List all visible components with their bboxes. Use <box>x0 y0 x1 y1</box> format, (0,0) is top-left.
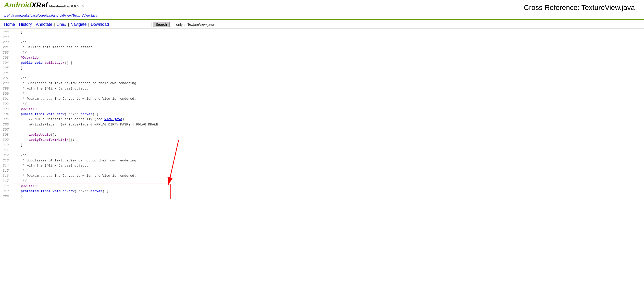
line-number: 314 <box>0 163 13 168</box>
line-number: 298 <box>0 81 13 86</box>
only-in-file-label: only in TextureView.java <box>176 22 214 27</box>
line-content: * <box>13 168 644 173</box>
line-content: * Subclasses of TextureView cannot do th… <box>13 158 644 163</box>
line-content: } <box>13 194 644 199</box>
line-number: 317 <box>0 179 13 184</box>
table-row: 314 * with the {@link Canvas} object. <box>0 163 644 168</box>
line-number: 308 <box>0 132 13 137</box>
line-number: 299 <box>0 86 13 91</box>
nav-history[interactable]: History <box>19 22 32 27</box>
line-number: 305 <box>0 117 13 122</box>
line-content: * <box>13 91 644 96</box>
table-row: 311 <box>0 148 644 153</box>
line-content: @Override <box>13 107 644 112</box>
line-number: 288 <box>0 30 13 35</box>
table-row: 307 <box>0 127 644 132</box>
search-input[interactable] <box>111 22 152 27</box>
line-number: 313 <box>0 158 13 163</box>
line-content: public void buildLayer() { <box>13 60 644 66</box>
line-number: 292 <box>0 50 13 55</box>
line-number: 294 <box>0 60 13 66</box>
line-number: 300 <box>0 91 13 96</box>
table-row: 306 mPrivateFlags = (mPrivateFlags & ~PF… <box>0 122 644 127</box>
line-content: /** <box>13 76 644 81</box>
table-row: 303 @Override <box>0 107 644 112</box>
line-content: /** <box>13 40 644 45</box>
nav-sep-2: | <box>33 22 34 27</box>
top-bar: AndroidXRefMarshmallow 6.0.0_r5 Cross Re… <box>0 0 644 13</box>
table-row: 294 public void buildLayer() { <box>0 60 644 66</box>
line-content: } <box>13 66 644 71</box>
table-row: 289 <box>0 35 644 40</box>
table-row: 309 applyTransformMatrix(); <box>0 137 644 143</box>
table-row: 316 * @param canvas The Canvas to which … <box>0 173 644 179</box>
line-number: 306 <box>0 122 13 127</box>
line-content: protected final void onDraw(Canvas canva… <box>13 189 644 194</box>
nav-sep-5: | <box>88 22 89 27</box>
line-number: 311 <box>0 148 13 153</box>
nav-sep-1: | <box>17 22 18 27</box>
line-content: */ <box>13 101 644 107</box>
table-row: 320 } <box>0 194 644 199</box>
table-row: 304 public final void draw(Canvas canvas… <box>0 112 644 117</box>
line-number: 320 <box>0 194 13 199</box>
table-row: 313 * Subclasses of TextureView cannot d… <box>0 158 644 163</box>
line-content: * @param canvas The Canvas to which the … <box>13 173 644 179</box>
line-number: 289 <box>0 35 13 40</box>
table-row: 302 */ <box>0 101 644 107</box>
logo-xref: XRef <box>31 1 48 9</box>
line-content: */ <box>13 179 644 184</box>
line-content <box>13 35 644 40</box>
line-number: 295 <box>0 66 13 71</box>
line-content: applyUpdate(); <box>13 132 644 137</box>
line-number: 303 <box>0 107 13 112</box>
table-row: 291 * Calling this method has no effect. <box>0 45 644 50</box>
line-content: public final void draw(Canvas canvas) { <box>13 112 644 117</box>
line-content: @Override <box>13 55 644 60</box>
line-content: /** <box>13 153 644 158</box>
line-content: * @param canvas The Canvas to which the … <box>13 96 644 101</box>
logo-android: Android <box>4 1 31 9</box>
nav-home[interactable]: Home <box>4 22 15 27</box>
line-number: 291 <box>0 45 13 50</box>
line-number: 297 <box>0 76 13 81</box>
line-number: 301 <box>0 96 13 101</box>
table-row: 292 */ <box>0 50 644 55</box>
green-divider <box>0 19 644 20</box>
table-row: 290 /** <box>0 40 644 45</box>
line-number: 312 <box>0 153 13 158</box>
line-number: 309 <box>0 137 13 143</box>
line-content: * with the {@link Canvas} object. <box>13 163 644 168</box>
line-number: 318 <box>0 184 13 189</box>
line-content: */ <box>13 50 644 55</box>
line-number: 310 <box>0 143 13 148</box>
nav-bar: Home | History | Annotate | Line# | Navi… <box>0 21 644 29</box>
line-content: @Override <box>13 184 644 189</box>
line-content: } <box>13 30 644 35</box>
nav-annotate[interactable]: Annotate <box>36 22 52 27</box>
nav-navigate[interactable]: Navigate <box>70 22 86 27</box>
search-button[interactable]: Search <box>153 22 170 27</box>
line-number: 296 <box>0 71 13 76</box>
line-content: applyTransformMatrix(); <box>13 137 644 143</box>
table-row: 318 @Override <box>0 184 644 189</box>
nav-sep-4: | <box>68 22 69 27</box>
table-row: 297 /** <box>0 76 644 81</box>
nav-line[interactable]: Line# <box>56 22 66 27</box>
table-row: 293 @Override <box>0 55 644 60</box>
table-row: 296 <box>0 71 644 76</box>
table-row: 295 } <box>0 66 644 71</box>
table-row: 301 * @param canvas The Canvas to which … <box>0 96 644 101</box>
nav-download[interactable]: Download <box>91 22 109 27</box>
table-row: 310 } <box>0 143 644 148</box>
line-content: mPrivateFlags = (mPrivateFlags & ~PFLAG_… <box>13 122 644 127</box>
only-in-file-checkbox[interactable] <box>172 23 175 26</box>
line-content: * Subclasses of TextureView cannot do th… <box>13 81 644 86</box>
line-content <box>13 148 644 153</box>
table-row: 317 */ <box>0 179 644 184</box>
table-row: 305 // NOTE: Maintain this carefully (se… <box>0 117 644 122</box>
table-row: 299 * with the {@link Canvas} object. <box>0 86 644 91</box>
line-content <box>13 127 644 132</box>
line-content: * with the {@link Canvas} object. <box>13 86 644 91</box>
line-number: 315 <box>0 168 13 173</box>
